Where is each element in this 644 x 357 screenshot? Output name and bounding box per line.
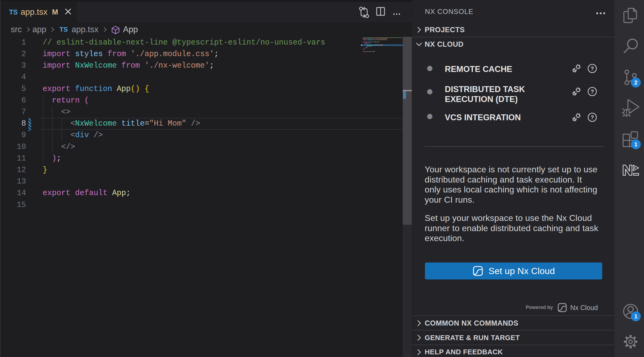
svg-text:?: ? [591,65,594,71]
svg-text:?: ? [591,89,594,94]
svg-text:?: ? [591,114,594,120]
